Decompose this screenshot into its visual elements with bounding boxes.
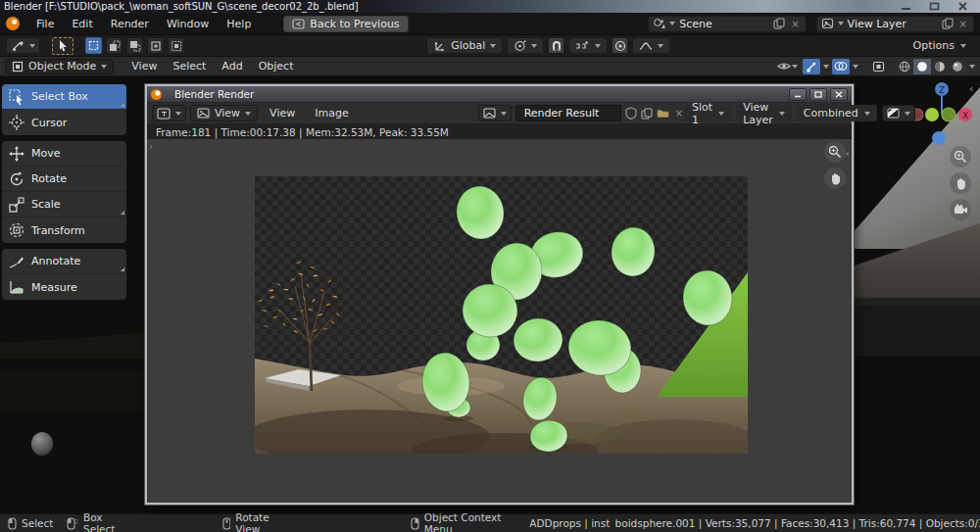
select-mode-extend-button[interactable] — [106, 37, 122, 54]
tool-measure[interactable]: Measure — [2, 274, 126, 300]
image-display-mode-dropdown[interactable]: View — [190, 105, 258, 121]
window-title: Blender [F:\STUDIO\pack_\woman_softSUN_G… — [4, 1, 359, 12]
display-channels-dropdown[interactable] — [882, 105, 915, 121]
view-layer-remove-icon[interactable]: × — [957, 19, 969, 29]
menu-file[interactable]: File — [27, 18, 63, 30]
image-name-field[interactable]: Render Result — [515, 105, 621, 121]
view-layer-selector[interactable]: View Layer × — [816, 16, 974, 32]
render-maximize-button[interactable] — [809, 88, 827, 101]
viewport-3d[interactable]: Select Box Cursor Move Rotate — [0, 76, 980, 513]
menu-window[interactable]: Window — [158, 18, 218, 30]
viewport-sidebar-toggle[interactable]: ‹ — [969, 82, 973, 95]
proportional-editing-button[interactable] — [612, 37, 628, 54]
scene-selector[interactable]: Scene × — [648, 16, 806, 32]
shading-material-button[interactable] — [931, 59, 949, 74]
render-slot-dropdown[interactable]: Slot 1 — [685, 105, 731, 121]
unlink-image-icon[interactable]: × — [673, 108, 685, 119]
gizmo-caret[interactable] — [823, 65, 829, 69]
os-titlebar: Blender [F:\STUDIO\pack_\woman_softSUN_G… — [0, 0, 980, 13]
viewport-menu-object[interactable]: Object — [251, 60, 302, 73]
select-mode-invert-button[interactable] — [147, 37, 164, 54]
render-close-button[interactable] — [830, 88, 848, 101]
os-close-button[interactable] — [957, 2, 968, 11]
rotate-icon — [8, 170, 25, 188]
navigation-gizmo[interactable]: Z X — [908, 78, 977, 149]
viewport-pan-button[interactable] — [950, 172, 971, 194]
view-layer-new-copy-icon[interactable] — [942, 18, 954, 29]
hand-icon — [829, 171, 842, 185]
active-tool-button[interactable] — [52, 37, 74, 55]
overlays-caret[interactable] — [853, 65, 858, 69]
render-layer-value: View Layer — [743, 101, 773, 126]
render-sidebar-toggle[interactable]: ‹ — [846, 147, 850, 160]
image-editor-type-button[interactable] — [152, 105, 186, 121]
viewport-menu-add[interactable]: Add — [214, 60, 250, 73]
options-dropdown[interactable]: Options — [913, 39, 966, 52]
scene-browse-caret — [669, 22, 675, 25]
back-to-previous-button[interactable]: Back to Previous — [283, 16, 408, 32]
pivot-point-dropdown[interactable] — [507, 37, 544, 54]
snap-toggle-button[interactable] — [548, 37, 564, 54]
interaction-mode-dropdown[interactable]: Object Mode — [5, 59, 114, 74]
render-pan-button[interactable] — [824, 168, 846, 189]
menu-help[interactable]: Help — [218, 18, 260, 30]
render-slot-caret — [718, 112, 724, 116]
xray-toggle[interactable] — [869, 59, 887, 74]
tool-cursor[interactable]: Cursor — [2, 110, 126, 135]
scene-sphere-object — [31, 432, 53, 456]
os-minimize-button[interactable] — [901, 2, 911, 11]
tool-rotate[interactable]: Rotate — [2, 167, 126, 192]
shading-rendered-button[interactable] — [949, 59, 966, 74]
select-mode-intersect-button[interactable] — [168, 37, 184, 54]
tool-settings-bar: Global Optio — [0, 35, 980, 57]
transform-orientation-dropdown[interactable]: Global — [426, 37, 503, 54]
scene-unlink-icon[interactable]: × — [789, 19, 801, 29]
orientation-axes-icon — [433, 40, 446, 52]
image-browse-icon — [483, 108, 496, 119]
render-pass-dropdown[interactable]: Combined — [797, 105, 877, 121]
menu-edit[interactable]: Edit — [63, 18, 101, 30]
snap-target-dropdown[interactable] — [568, 37, 608, 54]
render-window[interactable]: Blender Render View — [145, 84, 854, 505]
blender-logo-icon[interactable] — [6, 17, 20, 30]
options-caret — [960, 44, 966, 48]
render-zoom-button[interactable] — [824, 141, 846, 163]
shading-caret[interactable] — [969, 65, 975, 69]
tool-transform[interactable]: Transform — [2, 218, 126, 243]
os-maximize-button[interactable] — [929, 2, 940, 11]
scene-new-copy-icon[interactable] — [773, 18, 785, 29]
tool-annotate[interactable]: Annotate — [2, 249, 126, 274]
render-minimize-button[interactable] — [789, 88, 807, 101]
select-mode-subtract-button[interactable] — [126, 37, 143, 54]
shading-wireframe-button[interactable] — [896, 59, 913, 74]
region-expander-icon[interactable]: › — [149, 141, 153, 152]
back-to-previous-label: Back to Previous — [310, 18, 399, 30]
tool-label: Rotate — [31, 172, 67, 185]
new-image-copy-icon[interactable] — [641, 108, 653, 120]
viewport-zoom-button[interactable] — [950, 146, 971, 168]
viewport-menu-select[interactable]: Select — [165, 60, 214, 73]
render-slot-value: Slot 1 — [692, 101, 712, 126]
menu-render[interactable]: Render — [102, 18, 158, 30]
viewport-camera-button[interactable] — [950, 199, 971, 220]
image-menu-view[interactable]: View — [262, 107, 303, 120]
shading-solid-button[interactable] — [913, 59, 931, 74]
tool-select-box[interactable]: Select Box — [2, 84, 126, 110]
render-view-area[interactable]: › — [147, 139, 852, 503]
select-box-icon — [8, 88, 25, 106]
tool-scale[interactable]: Scale — [2, 192, 126, 218]
show-gizmo-toggle[interactable] — [803, 59, 820, 74]
magnet-icon — [551, 40, 563, 52]
image-menu-image[interactable]: Image — [307, 107, 356, 120]
tool-move[interactable]: Move — [2, 141, 126, 167]
proportional-falloff-dropdown[interactable] — [632, 37, 670, 54]
viewport-menu-view[interactable]: View — [123, 60, 165, 73]
fake-user-shield-icon[interactable] — [625, 107, 637, 120]
image-browse-button[interactable] — [478, 105, 512, 121]
render-layer-dropdown[interactable]: View Layer — [736, 105, 792, 121]
open-image-folder-icon[interactable] — [657, 108, 669, 119]
show-overlays-toggle[interactable] — [832, 59, 850, 74]
object-visibility-dropdown[interactable] — [775, 59, 800, 74]
select-mode-new-button[interactable] — [85, 37, 102, 54]
editor-type-button[interactable] — [6, 37, 40, 54]
